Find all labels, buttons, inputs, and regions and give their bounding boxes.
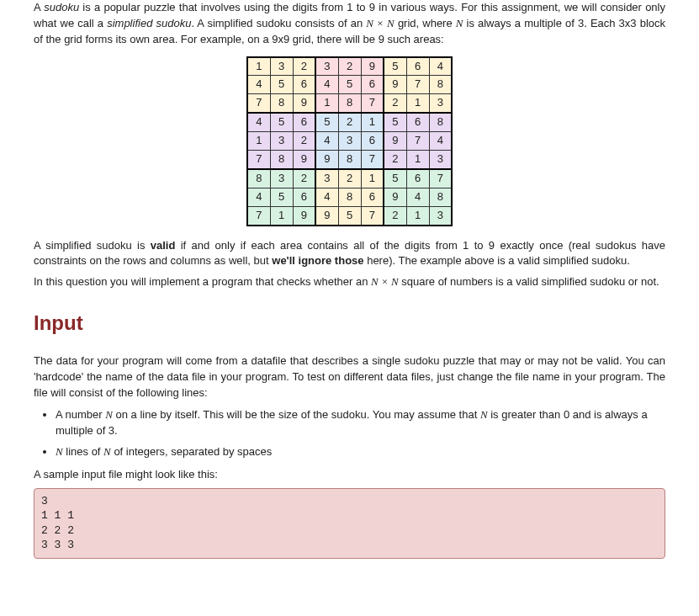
sudoku-cell: 6 — [406, 169, 429, 188]
sudoku-cell: 4 — [315, 76, 338, 94]
sudoku-cell: 6 — [293, 188, 315, 206]
math-n: N — [480, 408, 488, 421]
sudoku-cell: 3 — [315, 57, 338, 76]
text: In this question you will implement a pr… — [34, 275, 371, 288]
valid-paragraph: A simplified sudoku is valid if and only… — [34, 238, 665, 270]
math-n: N — [105, 408, 113, 421]
sudoku-cell: 7 — [247, 151, 270, 169]
sudoku-cell: 8 — [338, 151, 361, 169]
sudoku-cell: 6 — [293, 113, 315, 131]
sudoku-cell: 8 — [429, 188, 452, 206]
sudoku-cell: 1 — [247, 132, 270, 151]
term-ignore: we'll ignore those — [272, 254, 363, 267]
sudoku-cell: 4 — [247, 76, 270, 94]
sudoku-cell: 6 — [293, 76, 315, 94]
sudoku-cell: 7 — [361, 151, 384, 169]
sudoku-cell: 5 — [315, 113, 338, 131]
sudoku-cell: 2 — [338, 57, 361, 76]
sudoku-cell: 7 — [406, 132, 429, 151]
sudoku-cell: 1 — [406, 151, 429, 169]
sudoku-cell: 1 — [361, 169, 384, 188]
sudoku-cell: 7 — [361, 94, 384, 113]
sudoku-cell: 9 — [384, 76, 406, 94]
sudoku-cell: 9 — [384, 188, 406, 206]
sudoku-cell: 7 — [406, 76, 429, 94]
sudoku-cell: 7 — [429, 169, 452, 188]
sudoku-cell: 8 — [270, 151, 293, 169]
sudoku-cell: 6 — [361, 188, 384, 206]
sudoku-cell: 7 — [247, 94, 270, 113]
sudoku-cell: 2 — [384, 151, 406, 169]
sudoku-cell: 8 — [270, 94, 293, 113]
sudoku-cell: 3 — [429, 94, 452, 113]
sudoku-cell: 4 — [406, 188, 429, 206]
text: of integers, separated by spaces — [111, 445, 273, 458]
input-spec-list: A number N on a line by itself. This wil… — [56, 407, 665, 460]
sudoku-cell: 5 — [384, 113, 406, 131]
text: square of numbers is a valid simplified … — [399, 275, 659, 288]
sudoku-cell: 8 — [429, 113, 452, 131]
sudoku-cell: 8 — [338, 188, 361, 206]
sudoku-cell: 3 — [429, 206, 452, 225]
sudoku-cell: 5 — [270, 113, 293, 131]
text: . A simplified sudoku consists of an — [191, 17, 366, 29]
sudoku-cell: 1 — [406, 94, 429, 113]
sudoku-cell: 3 — [270, 169, 293, 188]
sudoku-cell: 6 — [361, 132, 384, 151]
text: A simplified sudoku is — [34, 239, 151, 252]
sudoku-cell: 8 — [247, 169, 270, 188]
text: A — [34, 1, 44, 13]
input-heading: Input — [34, 309, 665, 338]
sudoku-cell: 9 — [315, 206, 338, 225]
task-paragraph: In this question you will implement a pr… — [34, 274, 665, 290]
sudoku-cell: 1 — [270, 206, 293, 225]
term-valid: valid — [151, 239, 176, 252]
sudoku-cell: 9 — [293, 151, 315, 169]
sudoku-cell: 5 — [270, 188, 293, 206]
sudoku-cell: 3 — [338, 132, 361, 151]
math-n: N — [56, 445, 63, 458]
list-item: A number N on a line by itself. This wil… — [56, 407, 665, 439]
sample-input-block: 3 1 1 1 2 2 2 3 3 3 — [34, 488, 665, 559]
sudoku-cell: 1 — [247, 57, 270, 76]
sudoku-cell: 7 — [361, 206, 384, 225]
sudoku-cell: 1 — [361, 113, 384, 131]
math-nxn: N × N — [371, 275, 399, 288]
text: grid, where — [395, 17, 456, 29]
sudoku-cell: 5 — [384, 57, 406, 76]
sudoku-cell: 5 — [384, 169, 406, 188]
sudoku-cell: 2 — [293, 57, 315, 76]
sudoku-cell: 4 — [315, 188, 338, 206]
text: lines of — [63, 445, 103, 458]
sudoku-cell: 8 — [429, 76, 452, 94]
sudoku-grid: 1323295644564569787891872134565215681324… — [246, 56, 453, 226]
sudoku-cell: 4 — [429, 57, 452, 76]
sudoku-cell: 5 — [338, 76, 361, 94]
sudoku-cell: 9 — [315, 151, 338, 169]
sudoku-cell: 6 — [361, 76, 384, 94]
intro-paragraph: A sudoku is a popular puzzle that involv… — [34, 0, 665, 48]
input-desc-paragraph: The data for your program will come from… — [34, 353, 665, 401]
math-nxn: N × N — [366, 17, 395, 29]
text: here). The example above is a valid simp… — [364, 254, 630, 267]
sudoku-cell: 2 — [338, 113, 361, 131]
sudoku-cell: 3 — [315, 169, 338, 188]
sudoku-cell: 1 — [406, 206, 429, 225]
sudoku-cell: 6 — [406, 113, 429, 131]
sudoku-cell: 8 — [338, 94, 361, 113]
term-sudoku: sudoku — [44, 1, 79, 13]
sudoku-cell: 4 — [429, 132, 452, 151]
sudoku-cell: 2 — [293, 169, 315, 188]
sudoku-cell: 2 — [338, 169, 361, 188]
sudoku-cell: 4 — [315, 132, 338, 151]
sudoku-cell: 7 — [247, 206, 270, 225]
sudoku-cell: 3 — [429, 151, 452, 169]
sudoku-grid-wrapper: 1323295644564569787891872134565215681324… — [34, 56, 665, 226]
sudoku-cell: 5 — [270, 76, 293, 94]
sudoku-cell: 5 — [338, 206, 361, 225]
sudoku-cell: 2 — [384, 206, 406, 225]
sudoku-cell: 2 — [293, 132, 315, 151]
sudoku-cell: 4 — [247, 113, 270, 131]
sudoku-cell: 9 — [293, 206, 315, 225]
sudoku-cell: 9 — [384, 132, 406, 151]
